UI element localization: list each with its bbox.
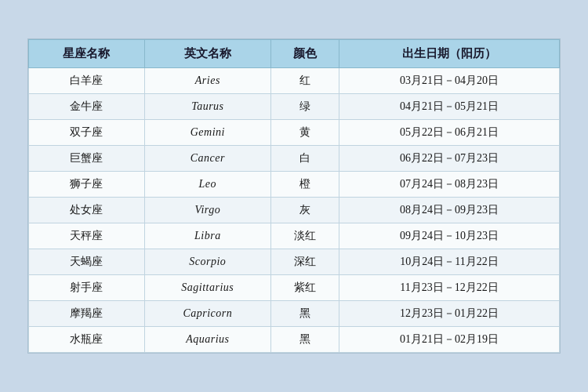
- table-row: 摩羯座Capricorn黑12月23日－01月22日: [29, 301, 560, 327]
- cell-row9-col0: 摩羯座: [29, 301, 145, 327]
- cell-row3-col2: 白: [271, 146, 339, 172]
- cell-row2-col1: Gemini: [144, 120, 271, 146]
- cell-row5-col0: 处女座: [29, 198, 145, 223]
- cell-row10-col0: 水瓶座: [29, 327, 145, 353]
- cell-row9-col1: Capricorn: [144, 301, 271, 327]
- col-header-english: 英文名称: [144, 40, 271, 68]
- cell-row5-col1: Virgo: [144, 198, 271, 223]
- col-header-dates: 出生日期（阳历）: [339, 40, 560, 68]
- cell-row7-col1: Scorpio: [144, 249, 271, 275]
- cell-row8-col3: 11月23日－12月22日: [339, 275, 560, 301]
- cell-row10-col3: 01月21日－02月19日: [339, 327, 560, 353]
- cell-row7-col3: 10月24日－11月22日: [339, 249, 560, 275]
- zodiac-table: 星座名称 英文名称 颜色 出生日期（阳历） 白羊座Aries红03月21日－04…: [28, 39, 560, 353]
- table-row: 水瓶座Aquarius黑01月21日－02月19日: [29, 327, 560, 353]
- cell-row5-col3: 08月24日－09月23日: [339, 198, 560, 223]
- cell-row9-col3: 12月23日－01月22日: [339, 301, 560, 327]
- table-row: 双子座Gemini黄05月22日－06月21日: [29, 120, 560, 146]
- table-row: 狮子座Leo橙07月24日－08月23日: [29, 172, 560, 198]
- col-header-color: 颜色: [271, 40, 339, 68]
- cell-row8-col2: 紫红: [271, 275, 339, 301]
- cell-row3-col3: 06月22日－07月23日: [339, 146, 560, 172]
- cell-row4-col3: 07月24日－08月23日: [339, 172, 560, 198]
- table-row: 天蝎座Scorpio深红10月24日－11月22日: [29, 249, 560, 275]
- cell-row4-col0: 狮子座: [29, 172, 145, 198]
- cell-row4-col2: 橙: [271, 172, 339, 198]
- cell-row0-col2: 红: [271, 68, 339, 94]
- cell-row8-col1: Sagittarius: [144, 275, 271, 301]
- cell-row9-col2: 黑: [271, 301, 339, 327]
- cell-row6-col3: 09月24日－10月23日: [339, 223, 560, 249]
- cell-row6-col2: 淡红: [271, 223, 339, 249]
- cell-row2-col0: 双子座: [29, 120, 145, 146]
- table-row: 巨蟹座Cancer白06月22日－07月23日: [29, 146, 560, 172]
- table-header-row: 星座名称 英文名称 颜色 出生日期（阳历）: [29, 40, 560, 68]
- zodiac-table-container: 星座名称 英文名称 颜色 出生日期（阳历） 白羊座Aries红03月21日－04…: [27, 38, 561, 354]
- table-row: 白羊座Aries红03月21日－04月20日: [29, 68, 560, 94]
- cell-row10-col2: 黑: [271, 327, 339, 353]
- cell-row1-col3: 04月21日－05月21日: [339, 94, 560, 120]
- cell-row6-col1: Libra: [144, 223, 271, 249]
- cell-row1-col2: 绿: [271, 94, 339, 120]
- table-row: 天秤座Libra淡红09月24日－10月23日: [29, 223, 560, 249]
- cell-row7-col2: 深红: [271, 249, 339, 275]
- cell-row7-col0: 天蝎座: [29, 249, 145, 275]
- cell-row2-col2: 黄: [271, 120, 339, 146]
- cell-row1-col1: Taurus: [144, 94, 271, 120]
- cell-row4-col1: Leo: [144, 172, 271, 198]
- table-row: 射手座Sagittarius紫红11月23日－12月22日: [29, 275, 560, 301]
- table-body: 白羊座Aries红03月21日－04月20日金牛座Taurus绿04月21日－0…: [29, 68, 560, 353]
- cell-row0-col3: 03月21日－04月20日: [339, 68, 560, 94]
- cell-row2-col3: 05月22日－06月21日: [339, 120, 560, 146]
- cell-row10-col1: Aquarius: [144, 327, 271, 353]
- table-row: 金牛座Taurus绿04月21日－05月21日: [29, 94, 560, 120]
- cell-row3-col1: Cancer: [144, 146, 271, 172]
- cell-row8-col0: 射手座: [29, 275, 145, 301]
- cell-row6-col0: 天秤座: [29, 223, 145, 249]
- cell-row3-col0: 巨蟹座: [29, 146, 145, 172]
- cell-row0-col1: Aries: [144, 68, 271, 94]
- cell-row0-col0: 白羊座: [29, 68, 145, 94]
- cell-row1-col0: 金牛座: [29, 94, 145, 120]
- col-header-chinese: 星座名称: [29, 40, 145, 68]
- table-row: 处女座Virgo灰08月24日－09月23日: [29, 198, 560, 223]
- cell-row5-col2: 灰: [271, 198, 339, 223]
